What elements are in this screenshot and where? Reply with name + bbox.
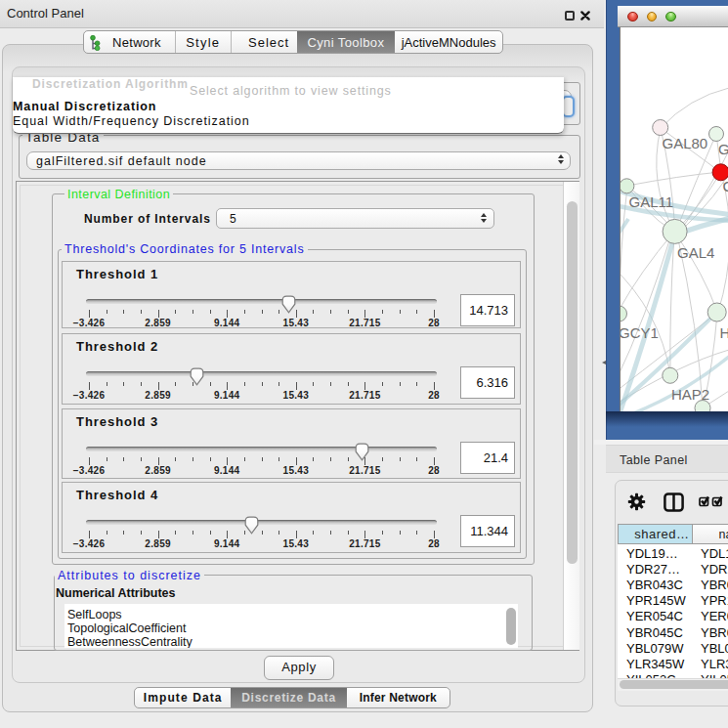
svg-text:CD: CD: [723, 178, 728, 194]
svg-text:GAL4: GAL4: [677, 244, 714, 261]
svg-text:GA: GA: [718, 141, 728, 157]
svg-text:HI: HI: [720, 324, 728, 341]
svg-text:HAP2: HAP2: [671, 386, 709, 403]
svg-text:GCY1: GCY1: [621, 324, 659, 341]
svg-text:GAL80: GAL80: [663, 135, 708, 151]
svg-text:GAL11: GAL11: [629, 193, 674, 210]
